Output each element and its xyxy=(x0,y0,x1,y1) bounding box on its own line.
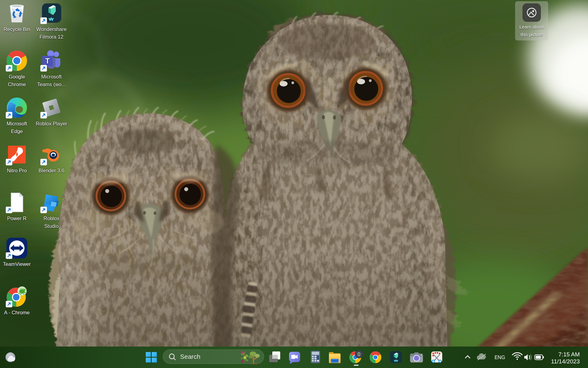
svg-text:ENG: ENG xyxy=(495,355,505,360)
svg-text:0: 0 xyxy=(358,352,360,357)
svg-text:Search: Search xyxy=(180,353,201,360)
svg-text:T: T xyxy=(45,57,50,65)
